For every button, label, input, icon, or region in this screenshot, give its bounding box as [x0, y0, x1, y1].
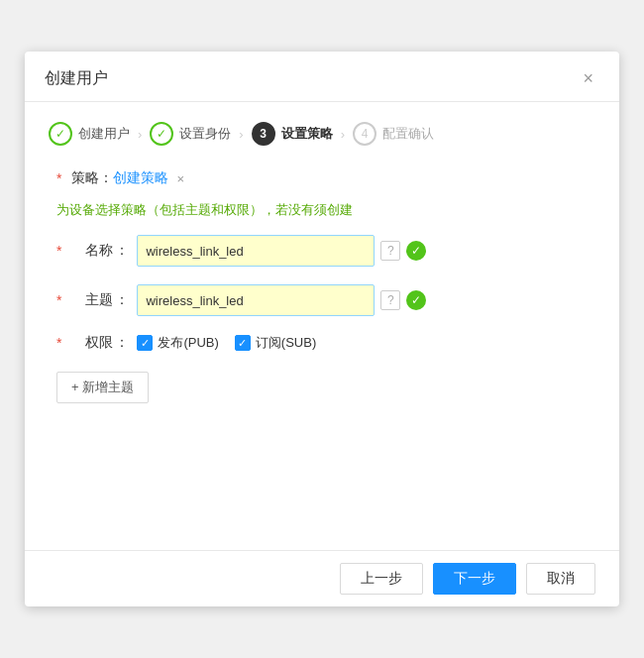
- name-section: * 名称 ： ?: [56, 235, 588, 267]
- close-button[interactable]: ×: [577, 67, 599, 89]
- step-1: ✓ 创建用户: [49, 122, 130, 146]
- dialog-title: 创建用户: [45, 68, 108, 89]
- pub-checkbox[interactable]: 发布(PUB): [137, 334, 218, 352]
- dialog-body: * 策略： 创建策略 × 为设备选择策略（包括主题和权限），若没有须创建 * 名…: [25, 162, 619, 550]
- dialog-footer: 上一步 下一步 取消: [25, 550, 619, 606]
- create-user-dialog: 创建用户 × ✓ 创建用户 › ✓ 设置身份 › 3 设置策略 › 4 配置确认…: [25, 52, 619, 606]
- topic-row: * 主题 ： ?: [56, 284, 588, 316]
- step-4-label: 配置确认: [382, 125, 434, 143]
- perm-label: 权限: [65, 334, 113, 352]
- next-button[interactable]: 下一步: [433, 563, 516, 595]
- step-arrow-3: ›: [341, 127, 345, 142]
- pub-label: 发布(PUB): [158, 334, 218, 352]
- topic-valid-icon: [406, 290, 426, 310]
- step-3: 3 设置策略: [252, 122, 333, 146]
- topic-help-icon[interactable]: ?: [380, 290, 400, 310]
- name-input[interactable]: [137, 235, 375, 267]
- step-2: ✓ 设置身份: [150, 122, 231, 146]
- perm-row: * 权限 ： 发布(PUB) 订阅(SUB): [56, 334, 588, 352]
- name-input-wrap: ?: [137, 235, 426, 267]
- sub-checkbox-box: [235, 335, 251, 351]
- policy-row: * 策略： 创建策略 ×: [56, 169, 588, 187]
- policy-label: 策略：: [65, 169, 113, 187]
- step-3-label: 设置策略: [281, 125, 333, 143]
- step-1-label: 创建用户: [78, 125, 130, 143]
- perm-colon: ：: [115, 334, 129, 352]
- sub-checkbox[interactable]: 订阅(SUB): [235, 334, 316, 352]
- step-3-circle: 3: [252, 122, 275, 146]
- topic-colon: ：: [115, 291, 129, 309]
- step-2-label: 设置身份: [179, 125, 231, 143]
- create-policy-link[interactable]: 创建策略: [113, 169, 168, 187]
- step-1-circle: ✓: [49, 122, 72, 146]
- description-text: 为设备选择策略（包括主题和权限），若没有须创建: [56, 201, 588, 219]
- topic-required: *: [56, 292, 61, 308]
- perm-section: * 权限 ： 发布(PUB) 订阅(SUB): [56, 334, 588, 352]
- step-arrow-1: ›: [138, 127, 142, 142]
- perm-required: *: [56, 335, 61, 351]
- prev-button[interactable]: 上一步: [340, 563, 423, 595]
- name-help-icon[interactable]: ?: [380, 241, 400, 261]
- topic-input-wrap: ?: [137, 284, 426, 316]
- perm-checkboxes: 发布(PUB) 订阅(SUB): [137, 334, 316, 352]
- step-4: 4 配置确认: [353, 122, 434, 146]
- steps-bar: ✓ 创建用户 › ✓ 设置身份 › 3 设置策略 › 4 配置确认: [25, 102, 619, 162]
- name-label: 名称: [65, 242, 113, 260]
- step-2-circle: ✓: [150, 122, 173, 146]
- cancel-button[interactable]: 取消: [526, 563, 595, 595]
- pub-checkbox-box: [137, 335, 153, 351]
- policy-required: *: [56, 170, 61, 186]
- topic-section: * 主题 ： ?: [56, 284, 588, 316]
- step-arrow-2: ›: [239, 127, 243, 142]
- step-4-circle: 4: [353, 122, 376, 146]
- policy-clear-icon[interactable]: ×: [176, 171, 184, 186]
- sub-label: 订阅(SUB): [256, 334, 316, 352]
- name-valid-icon: [406, 241, 426, 261]
- topic-input[interactable]: [137, 284, 375, 316]
- name-required: *: [56, 243, 61, 259]
- dialog-header: 创建用户 ×: [25, 52, 619, 102]
- name-row: * 名称 ： ?: [56, 235, 588, 267]
- add-topic-button[interactable]: + 新增主题: [56, 372, 149, 403]
- name-colon: ：: [115, 242, 129, 260]
- topic-label: 主题: [65, 291, 113, 309]
